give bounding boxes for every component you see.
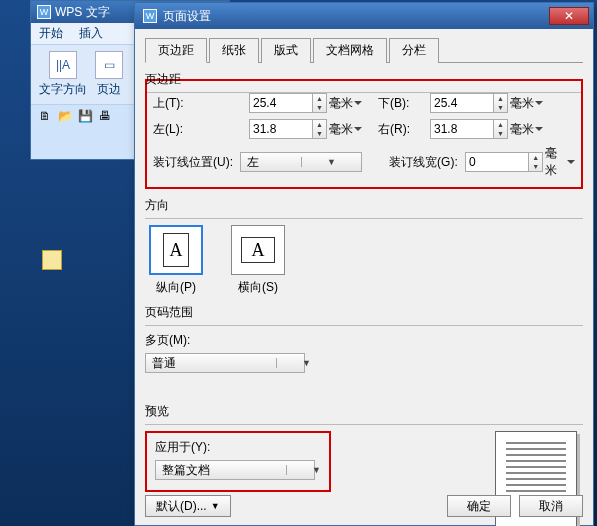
close-icon: ✕: [564, 9, 574, 23]
page-setup-dialog: W 页面设置 ✕ 页边距 纸张 版式 文档网格 分栏 页边距 上(T): ▲▼: [134, 2, 594, 526]
spinner-gutter-width[interactable]: ▲▼: [465, 152, 543, 172]
ribbon-text-direction[interactable]: ||A 文字方向: [39, 51, 87, 98]
chevron-down-icon: ▼: [286, 465, 346, 475]
group-range-title: 页码范围: [145, 304, 583, 323]
label-top: 上(T):: [153, 95, 249, 112]
dialog-title: 页面设置: [163, 8, 211, 25]
wps-title: WPS 文字: [55, 4, 110, 21]
unit-gutter[interactable]: 毫米: [545, 145, 575, 179]
label-gutter-pos: 装订线位置(U):: [153, 154, 240, 171]
input-right[interactable]: [430, 119, 494, 139]
tab-columns[interactable]: 分栏: [389, 38, 439, 63]
margins-icon: ▭: [95, 51, 123, 79]
input-bottom[interactable]: [430, 93, 494, 113]
new-icon[interactable]: 🗎: [37, 108, 53, 124]
unit-top[interactable]: 毫米: [329, 95, 362, 112]
spinner-top[interactable]: ▲▼: [249, 93, 327, 113]
print-icon[interactable]: 🖶: [97, 108, 113, 124]
dialog-titlebar[interactable]: W 页面设置 ✕: [135, 3, 593, 29]
tab-grid[interactable]: 文档网格: [313, 38, 387, 63]
document-tab-icon[interactable]: [42, 250, 62, 270]
menu-insert[interactable]: 插入: [79, 25, 103, 42]
unit-right[interactable]: 毫米: [510, 121, 543, 138]
input-gutter-width[interactable]: [465, 152, 529, 172]
combo-multipage[interactable]: 普通▼: [145, 353, 305, 373]
margins-highlight-box: 上(T): ▲▼ 毫米 下(B): ▲▼ 毫米 左(L):: [145, 79, 583, 189]
orientation-portrait[interactable]: A 纵向(P): [145, 225, 207, 296]
menu-start[interactable]: 开始: [39, 25, 63, 42]
chevron-down-icon: ▼: [301, 157, 361, 167]
label-right: 右(R):: [378, 121, 430, 138]
save-icon[interactable]: 💾: [77, 108, 93, 124]
chevron-down-icon[interactable]: ▼: [313, 103, 326, 112]
chevron-down-icon: ▼: [211, 501, 220, 511]
tab-paper[interactable]: 纸张: [209, 38, 259, 63]
label-multipage: 多页(M):: [145, 332, 583, 349]
default-button[interactable]: 默认(D)...▼: [145, 495, 231, 517]
spinner-left[interactable]: ▲▼: [249, 119, 327, 139]
tab-layout[interactable]: 版式: [261, 38, 311, 63]
open-icon[interactable]: 📂: [57, 108, 73, 124]
label-gutter-width: 装订线宽(G):: [389, 154, 465, 171]
unit-bottom[interactable]: 毫米: [510, 95, 543, 112]
group-preview-title: 预览: [145, 403, 583, 422]
portrait-icon: A: [163, 233, 189, 267]
input-top[interactable]: [249, 93, 313, 113]
orientation-landscape[interactable]: A 横向(S): [227, 225, 289, 296]
spinner-right[interactable]: ▲▼: [430, 119, 508, 139]
landscape-icon: A: [241, 237, 275, 263]
combo-gutter-pos[interactable]: 左▼: [240, 152, 362, 172]
ok-button[interactable]: 确定: [447, 495, 511, 517]
ribbon-margins[interactable]: ▭ 页边: [95, 51, 123, 98]
dialog-tabstrip: 页边距 纸张 版式 文档网格 分栏: [145, 37, 583, 63]
label-left: 左(L):: [153, 121, 249, 138]
label-bottom: 下(B):: [378, 95, 430, 112]
label-apply-to: 应用于(Y):: [155, 439, 321, 456]
chevron-down-icon: ▼: [276, 358, 336, 368]
dialog-app-icon: W: [143, 9, 157, 23]
group-orientation-title: 方向: [145, 197, 583, 216]
unit-left[interactable]: 毫米: [329, 121, 362, 138]
dialog-footer: 默认(D)...▼ 确定 取消: [145, 495, 583, 517]
cancel-button[interactable]: 取消: [519, 495, 583, 517]
combo-apply-to[interactable]: 整篇文档▼: [155, 460, 315, 480]
chevron-up-icon[interactable]: ▲: [313, 94, 326, 103]
spinner-bottom[interactable]: ▲▼: [430, 93, 508, 113]
wps-app-icon: W: [37, 5, 51, 19]
tab-margins[interactable]: 页边距: [145, 38, 207, 63]
close-button[interactable]: ✕: [549, 7, 589, 25]
input-left[interactable]: [249, 119, 313, 139]
apply-highlight-box: 应用于(Y): 整篇文档▼: [145, 431, 331, 492]
text-direction-icon: ||A: [49, 51, 77, 79]
